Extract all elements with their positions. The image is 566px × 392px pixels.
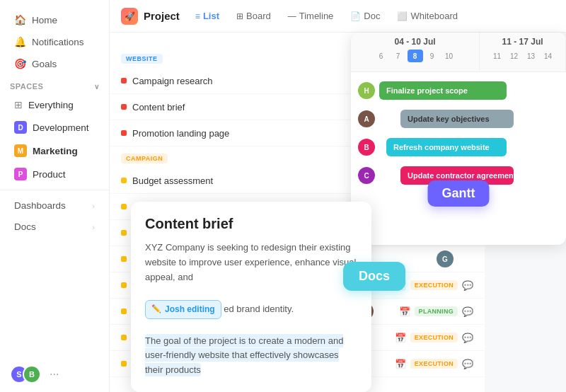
gantt-day: 9 [424, 50, 440, 62]
sidebar-item-marketing[interactable]: M Marketing [4, 139, 105, 162]
docs-panel: Content brief XYZ Company is seeking to … [131, 202, 371, 392]
task-bullet [121, 309, 127, 314]
task-bullet [121, 104, 127, 110]
assignee-avatar: G [437, 250, 454, 267]
sidebar-item-goals[interactable]: 🎯 Goals [4, 53, 105, 74]
chat-icon: 💬 [462, 333, 473, 343]
task-bullet [121, 78, 127, 83]
sidebar-space-label: Marketing [33, 146, 78, 156]
gantt-bar: Update key objectives [400, 110, 514, 128]
home-icon: 🏠 [14, 14, 26, 25]
chat-icon: 💬 [462, 280, 473, 291]
gantt-assignee-avatar: A [358, 110, 375, 127]
task-bullet [121, 361, 127, 367]
sidebar-item-dashboards[interactable]: Dashboards › [4, 195, 105, 216]
docs-editing-badge: ✏️ Josh editing [145, 300, 221, 319]
gantt-bar: Finalize project scope [379, 81, 507, 100]
status-badge: PLANNING [415, 306, 458, 316]
task-extras: 📅 PLANNING 💬 [399, 306, 473, 317]
gantt-tooltip: Gantt [428, 180, 490, 207]
goals-icon: 🎯 [14, 58, 26, 69]
gantt-bar: Refresh company website [386, 138, 507, 156]
chat-icon: 💬 [462, 306, 473, 317]
doc-icon: 📄 [350, 11, 361, 21]
chat-icon: 💬 [462, 359, 473, 369]
gantt-week-label: 04 - 10 Jul [395, 37, 436, 47]
spaces-label-text: Spaces [10, 82, 43, 91]
task-bullet [121, 178, 127, 183]
timeline-icon: — [288, 11, 296, 21]
docs-text-3: The goal of the project is to create a m… [145, 335, 343, 376]
tab-label: Timeline [299, 11, 334, 21]
gantt-week-2: 11 - 17 Jul 11 12 13 14 [480, 33, 566, 71]
gantt-day: 10 [441, 50, 457, 62]
gantt-bar-label: Update contractor agreement [408, 171, 516, 180]
gantt-assignee-avatar: C [358, 167, 375, 184]
bell-icon: 🔔 [14, 36, 26, 47]
mkt-dot: M [14, 144, 27, 157]
gantt-row: A Update key objectives [358, 106, 559, 132]
sidebar-bottom-section: Dashboards › Docs › [0, 190, 109, 237]
calendar-icon: 📅 [395, 359, 406, 369]
tab-timeline[interactable]: — Timeline [281, 7, 341, 25]
docs-badge-label: Docs [359, 269, 390, 283]
avatar-group: S B [10, 365, 41, 384]
gantt-days: 11 12 13 14 [490, 50, 556, 62]
gantt-bar-label: Finalize project scope [386, 86, 468, 95]
sidebar-space-label: Development [33, 122, 89, 133]
sidebar-item-development[interactable]: D Development [4, 116, 105, 139]
docs-text-1: XYZ Company is seeking to redesign their… [145, 242, 356, 282]
footer-menu-dots[interactable]: ··· [50, 368, 59, 381]
task-bullet [121, 335, 127, 340]
docs-body-text: XYZ Company is seeking to redesign their… [145, 241, 357, 378]
tab-board[interactable]: ⊞ Board [229, 7, 278, 25]
project-header: 🚀 Project ≡ List ⊞ Board — Timeline 📄 Do… [110, 0, 566, 33]
tab-whiteboard[interactable]: ⬜ Whiteboard [390, 7, 464, 25]
gantt-day: 7 [391, 50, 406, 62]
task-bullet [121, 282, 127, 288]
board-icon: ⊞ [236, 11, 243, 21]
gantt-day: 11 [490, 50, 505, 62]
project-title: Project [144, 10, 180, 22]
gantt-day: 12 [507, 50, 522, 62]
task-bullet [121, 204, 127, 209]
sidebar-item-docs[interactable]: Docs › [4, 217, 105, 237]
grid-icon: ⊞ [14, 99, 23, 110]
gantt-assignee-avatar: B [358, 139, 375, 156]
gantt-row: B Refresh company website [358, 134, 559, 160]
task-assignee: G [417, 250, 473, 267]
tab-list[interactable]: ≡ List [188, 7, 226, 25]
sidebar-item-everything[interactable]: ⊞ Everything [4, 94, 105, 115]
docs-label: Docs [14, 221, 36, 232]
sidebar-space-label: Product [33, 169, 66, 180]
prod-dot: P [14, 168, 27, 180]
task-extras: 📅 EXECUTION 💬 [395, 280, 473, 291]
sidebar-footer: S B ··· [0, 365, 109, 384]
gantt-days: 6 7 8 9 10 [374, 50, 457, 62]
website-badge: WEBSITE [121, 54, 163, 64]
task-bullet [121, 256, 127, 262]
sidebar-item-notifications[interactable]: 🔔 Notifications [4, 31, 105, 52]
dev-dot: D [14, 121, 27, 134]
task-bullet [121, 130, 127, 136]
sidebar-nav-label: Goals [32, 59, 57, 69]
sidebar-item-product[interactable]: P Product [4, 163, 105, 185]
chevron-right-icon: › [92, 223, 95, 231]
chevron-right-icon: › [92, 202, 95, 210]
sidebar-item-home[interactable]: 🏠 Home [4, 9, 105, 30]
tab-doc[interactable]: 📄 Doc [343, 7, 387, 25]
docs-highlight-text: The goal of the project is to create a m… [145, 334, 343, 377]
campaign-badge: CAMPAIGN [121, 154, 168, 163]
calendar-icon: 📅 [395, 333, 406, 343]
docs-badge-float: Docs [343, 262, 405, 291]
gantt-week-1: 04 - 10 Jul 6 7 8 9 10 [351, 33, 480, 71]
whiteboard-icon: ⬜ [397, 11, 408, 21]
tab-label: Whiteboard [410, 11, 457, 21]
spaces-section-label: Spaces ∨ [0, 75, 109, 93]
gantt-header: 04 - 10 Jul 6 7 8 9 10 11 - 17 Jul 11 12… [351, 33, 566, 72]
sidebar-nav-label: Notifications [32, 37, 84, 47]
gantt-assignee-avatar: H [358, 82, 375, 99]
gantt-row: H Finalize project scope [358, 78, 559, 103]
dashboards-label: Dashboards [14, 200, 66, 211]
sidebar-nav-label: Home [32, 15, 57, 25]
